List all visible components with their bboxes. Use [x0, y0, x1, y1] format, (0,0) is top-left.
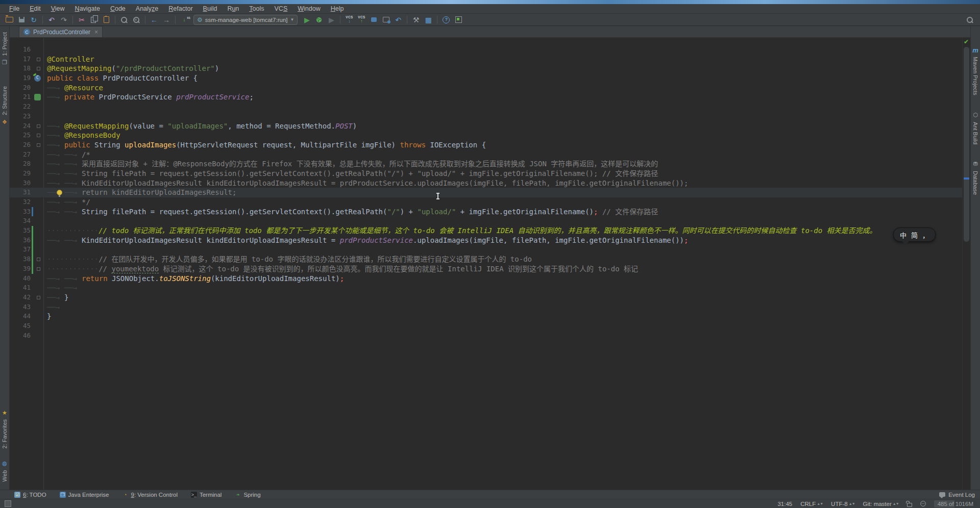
help-icon[interactable]: ? — [440, 15, 452, 25]
gutter-cell[interactable] — [33, 121, 43, 131]
fold-marker-icon[interactable] — [37, 258, 40, 261]
gutter-cell[interactable] — [33, 216, 43, 226]
line-number[interactable]: 44 — [10, 312, 33, 321]
gutter-cell[interactable] — [33, 264, 43, 274]
caret-position[interactable]: 31:45 — [777, 501, 792, 507]
menu-build[interactable]: Build — [198, 5, 223, 12]
close-icon[interactable]: × — [94, 29, 98, 36]
tool-window-button-database[interactable]: Database — [972, 171, 978, 195]
gutter-cell[interactable] — [33, 331, 43, 341]
line-number[interactable]: 39 — [10, 264, 33, 274]
fold-marker-icon[interactable] — [37, 296, 40, 299]
line-number[interactable]: 29 — [10, 169, 33, 179]
hector-inspector-icon[interactable] — [920, 501, 926, 506]
settings-icon[interactable]: ⚒ — [410, 15, 422, 25]
line-number[interactable]: 43 — [10, 302, 33, 312]
gutter-cell[interactable] — [33, 236, 43, 245]
forward-icon[interactable]: → — [160, 15, 173, 25]
tool-window-button-java-enterprise[interactable]: ❒Java Enterprise — [60, 492, 109, 498]
menu-view[interactable]: View — [46, 5, 70, 12]
bean-icon[interactable] — [34, 94, 41, 100]
menu-navigate[interactable]: Navigate — [70, 5, 105, 12]
undo-icon[interactable]: ↶ — [45, 15, 58, 25]
change-stripe-mark[interactable] — [964, 177, 969, 180]
line-number[interactable]: 37 — [10, 245, 33, 255]
gutter-cell[interactable] — [33, 197, 43, 207]
line-number[interactable]: 25 — [10, 131, 33, 140]
synchronize-icon[interactable]: ↻ — [28, 15, 40, 25]
tool-window-event-log[interactable]: Event Log — [948, 492, 975, 498]
fold-marker-icon[interactable] — [37, 143, 40, 147]
run-configuration-combo[interactable]: ⚙ssm-manage-web [tomcat7:run]▼ — [193, 15, 298, 25]
menu-help[interactable]: Help — [326, 5, 349, 12]
gutter-cell[interactable] — [33, 207, 43, 217]
git-branch-widget[interactable]: Git: master▲▼ — [863, 501, 899, 507]
fold-marker-icon[interactable] — [37, 267, 40, 271]
line-number[interactable]: 38 — [10, 255, 33, 264]
menu-refactor[interactable]: Refactor — [163, 5, 198, 12]
scrollbar-thumb[interactable] — [964, 47, 969, 242]
tool-window-button--structure[interactable]: 2: Structure — [2, 86, 8, 115]
gutter-cell[interactable] — [33, 112, 43, 121]
line-number[interactable]: 36 — [10, 236, 33, 245]
line-number[interactable]: 31 — [10, 188, 33, 197]
memory-indicator[interactable]: 485 of 1016M — [934, 500, 977, 507]
line-number[interactable]: 32 — [10, 197, 33, 207]
line-number[interactable]: 28 — [10, 159, 33, 169]
line-number[interactable]: 26 — [10, 140, 33, 150]
gutter-cell[interactable] — [33, 169, 43, 179]
replace-icon[interactable] — [130, 15, 142, 25]
line-number[interactable]: 17 — [10, 55, 33, 64]
gutter-cell[interactable] — [33, 150, 43, 160]
gutter-cell[interactable] — [33, 179, 43, 188]
fold-marker-icon[interactable] — [37, 58, 40, 61]
menu-window[interactable]: Window — [292, 5, 325, 12]
line-number[interactable]: 34 — [10, 216, 33, 226]
gutter-cell[interactable] — [33, 188, 43, 197]
search-everywhere-icon[interactable] — [964, 15, 976, 25]
gutter-cell[interactable] — [33, 55, 43, 64]
fold-marker-icon[interactable] — [37, 134, 40, 137]
run-coverage-icon[interactable]: ▶ — [325, 15, 337, 25]
tool-window-button--version-control[interactable]: ◔9: Version Control — [122, 492, 178, 498]
line-number[interactable]: 27 — [10, 150, 33, 160]
gutter-cell[interactable] — [33, 283, 43, 293]
line-number[interactable]: 35 — [10, 226, 33, 236]
tool-window-button-web[interactable]: Web — [2, 470, 8, 481]
tool-window-button-ant-build[interactable]: Ant Build — [972, 122, 978, 144]
gutter-cell[interactable]: C — [33, 73, 43, 83]
line-number[interactable]: 30 — [10, 179, 33, 188]
gutter-cell[interactable] — [33, 140, 43, 150]
menu-analyze[interactable]: Analyze — [131, 5, 163, 12]
tool-window-toggle-icon[interactable] — [5, 500, 11, 507]
menu-run[interactable]: Run — [222, 5, 244, 12]
menu-file[interactable]: File — [4, 5, 24, 12]
menu-code[interactable]: Code — [105, 5, 131, 12]
gutter-cell[interactable] — [33, 92, 43, 102]
line-number[interactable]: 23 — [10, 112, 33, 121]
line-number[interactable]: 22 — [10, 102, 33, 112]
debug-icon[interactable] — [313, 15, 325, 25]
gutter-cell[interactable] — [33, 159, 43, 169]
code-editor[interactable]: 1617@Controller18@RequestMapping("/prdPr… — [10, 38, 970, 490]
line-number[interactable]: 19 — [10, 73, 33, 83]
tool-window-button-spring[interactable]: ❧Spring — [235, 492, 260, 498]
gutter-cell[interactable] — [33, 45, 43, 55]
encoding-selector[interactable]: UTF-8▲▼ — [831, 501, 854, 507]
sort-lines-icon[interactable]: ↓ — [178, 15, 190, 25]
install-plugin-icon[interactable] — [452, 15, 464, 25]
gutter-cell[interactable] — [33, 274, 43, 284]
gutter-cell[interactable] — [33, 64, 43, 73]
find-icon[interactable] — [118, 15, 130, 25]
fold-marker-icon[interactable] — [37, 124, 40, 128]
menu-vcs[interactable]: VCS — [270, 5, 293, 12]
cut-icon[interactable]: ✂ — [76, 15, 88, 25]
redo-icon[interactable]: ↷ — [58, 15, 70, 25]
tab-prdproductcontroller[interactable]: C PrdProductController × — [19, 26, 103, 37]
gutter-cell[interactable] — [33, 131, 43, 140]
line-number[interactable]: 41 — [10, 283, 33, 293]
tool-window-button--project[interactable]: 1: Project — [2, 32, 8, 56]
gutter-cell[interactable] — [33, 255, 43, 264]
gutter-cell[interactable] — [33, 83, 43, 93]
inspection-ok-icon[interactable]: ✔ — [963, 39, 969, 45]
